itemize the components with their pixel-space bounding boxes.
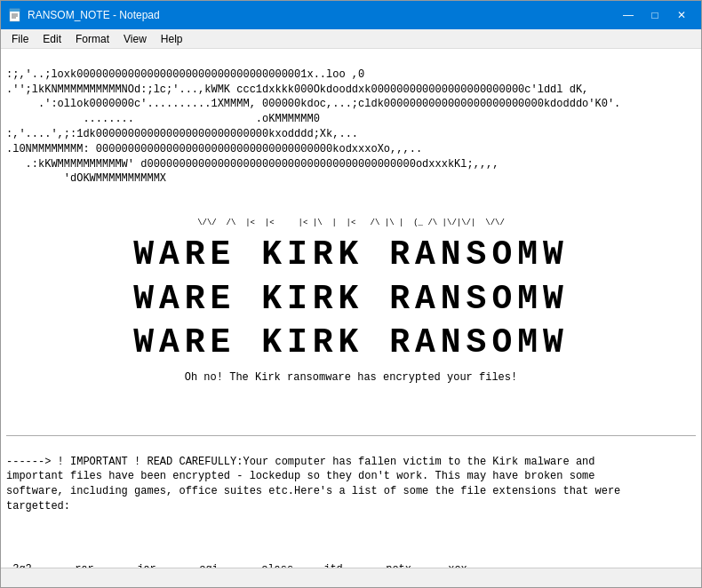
title-bar-left: RANSOM_NOTE - Notepad bbox=[8, 8, 160, 22]
editor-area: :;,'..;loxk00000000000000000000000000000… bbox=[1, 49, 701, 568]
notepad-window: RANSOM_NOTE - Notepad — □ ✕ File Edit Fo… bbox=[0, 0, 702, 588]
code-line-2: .'';lkKNMMMMMMMMMMNOd:;lc;'...,kWMK ccc1… bbox=[6, 83, 588, 96]
code-line-5: :,'....',;:1dk00000000000000000000000000… bbox=[6, 128, 358, 140]
app-icon bbox=[8, 8, 22, 22]
code-line-3: .':ollok0000000c'..........1XMMMM, 00000… bbox=[6, 98, 620, 110]
text-content[interactable]: :;,'..;loxk00000000000000000000000000000… bbox=[1, 49, 701, 568]
important-body: important files have been encrypted - lo… bbox=[6, 470, 620, 513]
ascii-title-large: WARE KIRK RANSOMW bbox=[6, 238, 696, 272]
ascii-line-2: WARE KIRK RANSOMW bbox=[6, 282, 696, 316]
divider-line bbox=[6, 435, 696, 436]
minimize-button[interactable]: — bbox=[616, 6, 641, 24]
window-title: RANSOM_NOTE - Notepad bbox=[28, 9, 160, 21]
warning-line: Oh no! The Kirk ransomware has encrypted… bbox=[6, 372, 696, 385]
code-line-4: ........ .oKMMMMMM0 bbox=[6, 113, 320, 125]
ascii-art-block: \/\/ /\ |< |< |< |\ | |< /\ |\ | (_ /\ |… bbox=[6, 209, 696, 394]
menu-view[interactable]: View bbox=[116, 31, 154, 47]
code-line-6: .l0NMMMMMMMM: 00000000000000000000000000… bbox=[6, 143, 422, 155]
close-button[interactable]: ✕ bbox=[669, 6, 694, 24]
menu-format[interactable]: Format bbox=[68, 31, 116, 47]
important-header: ------> ! IMPORTANT ! READ CAREFULLY:You… bbox=[6, 456, 595, 468]
ascii-line-1: \/\/ /\ |< |< |< |\ | |< /\ |\ | (_ /\ |… bbox=[6, 219, 696, 227]
code-line-7: .:kKWMMMMMMMMMMW' d000000000000000000000… bbox=[6, 158, 499, 171]
menu-help[interactable]: Help bbox=[154, 31, 190, 47]
code-line-8: 'dOKWMMMMMMMMMMX bbox=[6, 172, 166, 185]
status-bar bbox=[1, 568, 701, 587]
title-bar: RANSOM_NOTE - Notepad — □ ✕ bbox=[1, 1, 701, 29]
extensions-table: .3g2.rar.jar.cgi.class.jtd.potx.xex .dds… bbox=[6, 532, 696, 568]
menu-file[interactable]: File bbox=[4, 31, 36, 47]
svg-rect-1 bbox=[10, 9, 20, 12]
menu-bar: File Edit Format View Help bbox=[1, 29, 701, 49]
menu-edit[interactable]: Edit bbox=[36, 31, 68, 47]
maximize-button[interactable]: □ bbox=[642, 6, 667, 24]
ascii-line-3: WARE KIRK RANSOMW bbox=[6, 326, 696, 360]
code-line-1: :;,'..;loxk00000000000000000000000000000… bbox=[6, 68, 364, 81]
title-bar-controls: — □ ✕ bbox=[616, 6, 694, 24]
